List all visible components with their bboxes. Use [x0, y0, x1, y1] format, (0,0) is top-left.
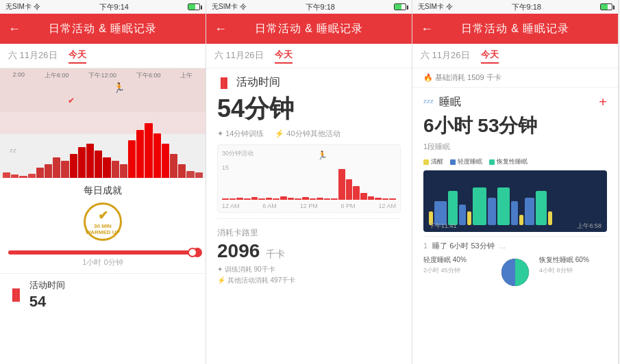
activity-time-section: ▐▌ 活动时间 54	[0, 273, 206, 313]
row-num: 1	[423, 242, 427, 250]
legend-light-label: 轻度睡眠	[458, 157, 482, 166]
status-bar-1: 无SIM卡 令 下午9:14	[0, 0, 206, 14]
p2-sub-info: ✦ 14分钟训练 ⚡ 40分钟其他活动	[217, 129, 401, 139]
sleep-chart: 下午11:41 上午6:58	[423, 170, 607, 232]
ct2: 上午6:00	[45, 71, 69, 80]
app-header-3: ← 日常活动 & 睡眠记录	[412, 14, 618, 44]
activity-info: 活动时间 54	[29, 279, 65, 311]
achievement-title: 每日成就	[84, 185, 122, 197]
sim-label-2: 无SIM卡 令	[212, 2, 247, 12]
header-title-1: 日常活动 & 睡眠记录	[49, 22, 158, 36]
date-tab1-1[interactable]: 六 11月26日	[8, 49, 58, 63]
sleep-chart-legend: 清醒 轻度睡眠 恢复性睡眠	[423, 157, 607, 166]
date-tab2-2[interactable]: 今天	[275, 49, 293, 64]
p2-bars	[222, 152, 396, 200]
achievement-section: 每日成就 ✔ 30 MIN WARMED UP	[0, 178, 206, 250]
p2-chart-times: 12 AM 6 AM 12 PM 6 PM 12 AM	[218, 203, 400, 209]
recovery-sleep-section: 恢复性睡眠 60% 4小时 8分钟	[539, 255, 607, 275]
pie-recovery	[515, 259, 529, 286]
sleep-end-time: 上午6:58	[577, 222, 602, 231]
calories-section: 消耗卡路里 2096 千卡 ✦ 训练消耗 90千卡 ⚡ 其他活动消耗 497千卡	[217, 223, 401, 291]
sleep-detail-text: 睡了 6小时 53分钟	[432, 242, 494, 250]
date-tab1-2[interactable]: 六 11月26日	[214, 49, 264, 63]
sleep-time-labels: 下午11:41 上午6:58	[427, 222, 603, 231]
legend-deep: 恢复性睡眠	[489, 157, 528, 166]
back-button-1[interactable]: ←	[8, 22, 21, 36]
sim-label-3: 无SIM卡 令	[418, 2, 453, 12]
run-icon-1: 🏃	[113, 82, 125, 93]
p3-content: ᶻᶻᶻ 睡眠 + 6小时 53分钟 1段睡眠 清醒 轻度睡眠 恢复性睡眠	[412, 88, 618, 364]
app-header-1: ← 日常活动 & 睡眠记录	[0, 14, 206, 44]
p2-ct2: 6 AM	[262, 203, 277, 209]
p2-sub1: ✦ 14分钟训练	[217, 129, 264, 139]
activity-time-value: 54	[29, 293, 65, 311]
ct4: 下午6:00	[136, 71, 161, 80]
calories-label: 消耗卡路里	[217, 227, 401, 239]
light-sleep-section: 轻度睡眠 40% 2小时 45分钟	[423, 255, 491, 275]
p2-content: ▐▌ 活动时间 54分钟 ✦ 14分钟训练 ⚡ 40分钟其他活动 🏃 30分钟活…	[206, 68, 412, 364]
pie-light	[501, 259, 515, 286]
p3-top-info: 🔥 基础消耗 1509 千卡	[412, 68, 618, 88]
legend-awake-label: 清醒	[431, 157, 443, 166]
add-sleep-button[interactable]: +	[599, 94, 607, 110]
badge-line2: WARMED UP	[86, 229, 120, 235]
zzz-icon: ᶻᶻᶻ	[423, 97, 434, 108]
date-tabs-3: 六 11月26日 今天	[412, 44, 618, 68]
date-tab1-3[interactable]: 六 11月26日	[421, 49, 470, 63]
ct1: 2:00	[12, 71, 25, 80]
progress-label: 1小时 0分钟	[8, 257, 197, 268]
badge-check: ✔	[98, 208, 108, 223]
time-3: 下午9:18	[512, 2, 541, 12]
battery-icon-3	[600, 3, 612, 10]
legend-light: 轻度睡眠	[450, 157, 482, 166]
pie-chart-container	[498, 255, 532, 289]
light-sleep-time: 2小时 45分钟	[423, 266, 491, 275]
legend-deep-label: 恢复性睡眠	[497, 157, 528, 166]
progress-bar-bg	[8, 250, 197, 255]
progress-section: 1小时 0分钟	[0, 250, 206, 268]
block-light-3	[488, 198, 496, 225]
ct5: 上午	[180, 71, 193, 80]
pie-chart	[498, 255, 532, 289]
calories-value: 2096	[217, 240, 260, 261]
ct3: 下午12:00	[88, 71, 116, 80]
recovery-sleep-label: 恢复性睡眠 60%	[539, 255, 607, 265]
sleep-section-header: ᶻᶻᶻ 睡眠 +	[423, 94, 607, 110]
p2-ct3: 12 PM	[300, 203, 318, 209]
p2-section-header: ▐▌ 活动时间	[217, 75, 401, 90]
status-bar-2: 无SIM卡 令 下午9:18	[206, 0, 412, 14]
ellipsis-icon: ...	[499, 242, 506, 250]
chart-times-1: 2:00 上午6:00 下午12:00 下午6:00 上午	[0, 71, 206, 80]
sleep-stages: 1段睡眠	[423, 142, 607, 152]
p2-section-title: 活动时间	[236, 75, 280, 90]
calories-detail: ✦ 训练消耗 90千卡 ⚡ 其他活动消耗 497千卡	[217, 265, 401, 285]
back-button-3[interactable]: ←	[421, 22, 433, 36]
sleep-duration: 6小时 53分钟	[423, 113, 607, 139]
light-sleep-label: 轻度睡眠 40%	[423, 255, 491, 265]
panel-2: 无SIM卡 令 下午9:18 ← 日常活动 & 睡眠记录 六 11月26日 今天…	[206, 0, 412, 364]
sleep-blocks	[429, 184, 602, 225]
status-bar-3: 无SIM卡 令 下午9:18	[412, 0, 618, 14]
header-title-3: 日常活动 & 睡眠记录	[461, 22, 570, 36]
block-deep-4	[536, 191, 547, 225]
bars-container-1	[0, 103, 206, 178]
date-tab2-1[interactable]: 今天	[69, 49, 86, 64]
legend-awake-dot	[423, 159, 429, 165]
date-tab2-3[interactable]: 今天	[481, 49, 499, 64]
p2-activity-chart: 🏃 30分钟活动 15	[217, 144, 401, 213]
status-left-2: 无SIM卡 令	[212, 2, 247, 12]
battery-icon-1	[188, 3, 200, 10]
status-right-2	[394, 3, 406, 10]
legend-awake: 清醒	[423, 157, 443, 166]
sleep-title-row: ᶻᶻᶻ 睡眠	[423, 95, 461, 109]
legend-light-dot	[450, 159, 456, 165]
date-tabs-1: 六 11月26日 今天	[0, 44, 206, 68]
block-deep-2	[473, 187, 486, 225]
sim-label-1: 无SIM卡 令	[5, 2, 40, 12]
status-left-1: 无SIM卡 令	[5, 2, 40, 12]
header-title-2: 日常活动 & 睡眠记录	[255, 22, 364, 36]
block-light-5	[525, 198, 534, 225]
back-button-2[interactable]: ←	[214, 22, 227, 36]
divider-2	[217, 218, 401, 219]
cal-detail2: ⚡ 其他活动消耗 497千卡	[217, 276, 401, 285]
